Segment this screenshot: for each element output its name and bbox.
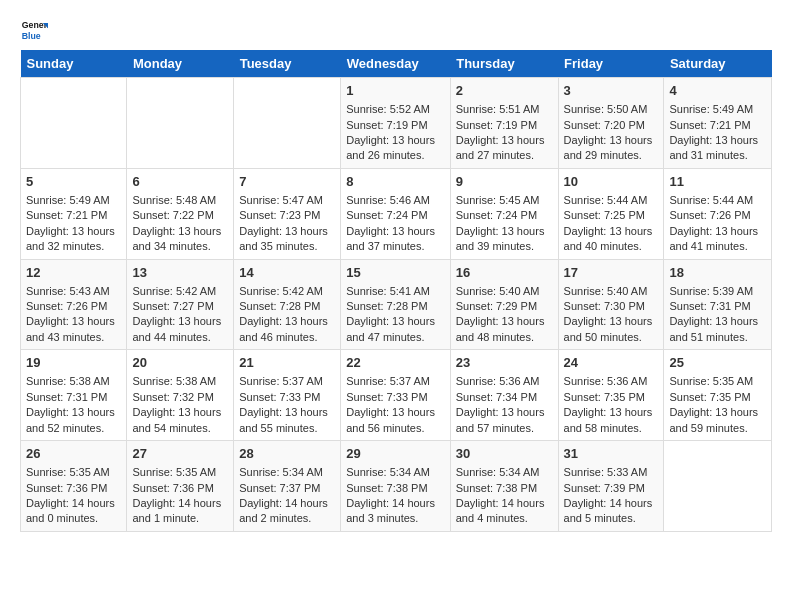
calendar-cell: 22Sunrise: 5:37 AMSunset: 7:33 PMDayligh… <box>341 350 450 441</box>
day-number: 28 <box>239 445 335 463</box>
cell-content: Sunset: 7:39 PM <box>564 481 659 496</box>
cell-content: Sunset: 7:35 PM <box>564 390 659 405</box>
cell-content: Sunrise: 5:49 AM <box>669 102 766 117</box>
day-number: 4 <box>669 82 766 100</box>
calendar-cell: 9Sunrise: 5:45 AMSunset: 7:24 PMDaylight… <box>450 168 558 259</box>
cell-content: Sunset: 7:28 PM <box>346 299 444 314</box>
cell-content: Sunrise: 5:37 AM <box>239 374 335 389</box>
cell-content: Sunrise: 5:45 AM <box>456 193 553 208</box>
cell-content: Sunrise: 5:42 AM <box>132 284 228 299</box>
cell-content: Sunset: 7:36 PM <box>26 481 121 496</box>
calendar-cell: 17Sunrise: 5:40 AMSunset: 7:30 PMDayligh… <box>558 259 664 350</box>
day-number: 11 <box>669 173 766 191</box>
calendar-cell: 7Sunrise: 5:47 AMSunset: 7:23 PMDaylight… <box>234 168 341 259</box>
cell-content: Sunrise: 5:39 AM <box>669 284 766 299</box>
day-header-saturday: Saturday <box>664 50 772 78</box>
day-number: 26 <box>26 445 121 463</box>
calendar-cell: 31Sunrise: 5:33 AMSunset: 7:39 PMDayligh… <box>558 441 664 532</box>
day-number: 6 <box>132 173 228 191</box>
day-number: 10 <box>564 173 659 191</box>
calendar-cell: 19Sunrise: 5:38 AMSunset: 7:31 PMDayligh… <box>21 350 127 441</box>
cell-content: Sunset: 7:19 PM <box>346 118 444 133</box>
day-number: 25 <box>669 354 766 372</box>
day-header-thursday: Thursday <box>450 50 558 78</box>
cell-content: Sunset: 7:22 PM <box>132 208 228 223</box>
cell-content: Sunrise: 5:50 AM <box>564 102 659 117</box>
day-number: 16 <box>456 264 553 282</box>
cell-content: Sunset: 7:27 PM <box>132 299 228 314</box>
cell-content: Sunrise: 5:34 AM <box>239 465 335 480</box>
cell-content: Sunrise: 5:47 AM <box>239 193 335 208</box>
calendar-cell <box>664 441 772 532</box>
calendar-cell <box>21 78 127 169</box>
cell-content: Daylight: 13 hours and 26 minutes. <box>346 133 444 164</box>
cell-content: Sunset: 7:21 PM <box>26 208 121 223</box>
cell-content: Daylight: 13 hours and 47 minutes. <box>346 314 444 345</box>
cell-content: Sunset: 7:20 PM <box>564 118 659 133</box>
day-number: 12 <box>26 264 121 282</box>
cell-content: Daylight: 13 hours and 27 minutes. <box>456 133 553 164</box>
cell-content: Sunrise: 5:37 AM <box>346 374 444 389</box>
day-number: 22 <box>346 354 444 372</box>
day-number: 14 <box>239 264 335 282</box>
day-header-wednesday: Wednesday <box>341 50 450 78</box>
cell-content: Daylight: 13 hours and 50 minutes. <box>564 314 659 345</box>
cell-content: Sunrise: 5:38 AM <box>132 374 228 389</box>
calendar-cell: 4Sunrise: 5:49 AMSunset: 7:21 PMDaylight… <box>664 78 772 169</box>
day-number: 30 <box>456 445 553 463</box>
cell-content: Daylight: 14 hours and 5 minutes. <box>564 496 659 527</box>
calendar-cell: 27Sunrise: 5:35 AMSunset: 7:36 PMDayligh… <box>127 441 234 532</box>
cell-content: Daylight: 13 hours and 29 minutes. <box>564 133 659 164</box>
cell-content: Sunset: 7:26 PM <box>669 208 766 223</box>
calendar-cell: 11Sunrise: 5:44 AMSunset: 7:26 PMDayligh… <box>664 168 772 259</box>
logo-icon: General Blue <box>20 16 48 44</box>
cell-content: Daylight: 13 hours and 57 minutes. <box>456 405 553 436</box>
cell-content: Daylight: 13 hours and 54 minutes. <box>132 405 228 436</box>
cell-content: Sunrise: 5:40 AM <box>456 284 553 299</box>
cell-content: Sunrise: 5:44 AM <box>669 193 766 208</box>
calendar-cell <box>127 78 234 169</box>
calendar-cell: 20Sunrise: 5:38 AMSunset: 7:32 PMDayligh… <box>127 350 234 441</box>
calendar-cell: 18Sunrise: 5:39 AMSunset: 7:31 PMDayligh… <box>664 259 772 350</box>
day-number: 8 <box>346 173 444 191</box>
cell-content: Daylight: 13 hours and 32 minutes. <box>26 224 121 255</box>
cell-content: Daylight: 13 hours and 35 minutes. <box>239 224 335 255</box>
cell-content: Daylight: 14 hours and 2 minutes. <box>239 496 335 527</box>
cell-content: Sunset: 7:34 PM <box>456 390 553 405</box>
cell-content: Sunrise: 5:46 AM <box>346 193 444 208</box>
calendar-table: SundayMondayTuesdayWednesdayThursdayFrid… <box>20 50 772 532</box>
logo: General Blue <box>20 16 48 44</box>
cell-content: Daylight: 14 hours and 4 minutes. <box>456 496 553 527</box>
cell-content: Sunrise: 5:44 AM <box>564 193 659 208</box>
calendar-cell: 30Sunrise: 5:34 AMSunset: 7:38 PMDayligh… <box>450 441 558 532</box>
cell-content: Sunset: 7:32 PM <box>132 390 228 405</box>
calendar-cell: 21Sunrise: 5:37 AMSunset: 7:33 PMDayligh… <box>234 350 341 441</box>
cell-content: Sunset: 7:38 PM <box>456 481 553 496</box>
cell-content: Sunrise: 5:48 AM <box>132 193 228 208</box>
cell-content: Sunset: 7:37 PM <box>239 481 335 496</box>
calendar-cell: 6Sunrise: 5:48 AMSunset: 7:22 PMDaylight… <box>127 168 234 259</box>
day-number: 5 <box>26 173 121 191</box>
cell-content: Sunrise: 5:49 AM <box>26 193 121 208</box>
cell-content: Daylight: 13 hours and 56 minutes. <box>346 405 444 436</box>
cell-content: Sunset: 7:24 PM <box>456 208 553 223</box>
cell-content: Sunrise: 5:51 AM <box>456 102 553 117</box>
svg-text:Blue: Blue <box>22 31 41 41</box>
cell-content: Daylight: 14 hours and 0 minutes. <box>26 496 121 527</box>
cell-content: Sunrise: 5:35 AM <box>669 374 766 389</box>
cell-content: Daylight: 13 hours and 55 minutes. <box>239 405 335 436</box>
cell-content: Sunrise: 5:40 AM <box>564 284 659 299</box>
cell-content: Daylight: 14 hours and 3 minutes. <box>346 496 444 527</box>
cell-content: Sunrise: 5:35 AM <box>132 465 228 480</box>
day-number: 1 <box>346 82 444 100</box>
calendar-cell: 24Sunrise: 5:36 AMSunset: 7:35 PMDayligh… <box>558 350 664 441</box>
calendar-cell: 29Sunrise: 5:34 AMSunset: 7:38 PMDayligh… <box>341 441 450 532</box>
cell-content: Sunrise: 5:43 AM <box>26 284 121 299</box>
cell-content: Daylight: 13 hours and 46 minutes. <box>239 314 335 345</box>
calendar-cell: 3Sunrise: 5:50 AMSunset: 7:20 PMDaylight… <box>558 78 664 169</box>
cell-content: Daylight: 13 hours and 41 minutes. <box>669 224 766 255</box>
calendar-cell: 15Sunrise: 5:41 AMSunset: 7:28 PMDayligh… <box>341 259 450 350</box>
day-number: 2 <box>456 82 553 100</box>
day-number: 9 <box>456 173 553 191</box>
day-number: 21 <box>239 354 335 372</box>
